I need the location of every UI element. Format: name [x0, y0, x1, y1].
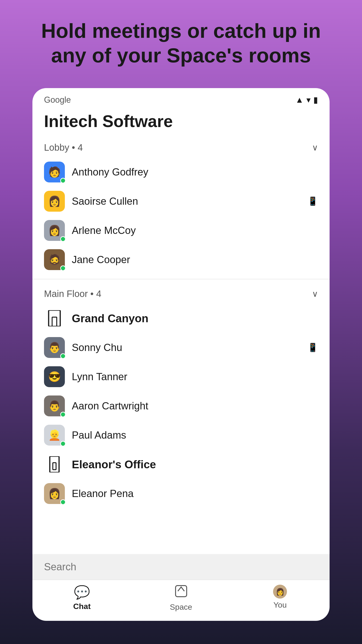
- list-item[interactable]: 😎 Lynn Tanner: [32, 362, 330, 391]
- person-name: Anthony Godfrey: [72, 166, 318, 178]
- nav-item-space[interactable]: Space: [132, 585, 231, 612]
- person-name: Eleanor Pena: [72, 488, 318, 499]
- lobby-section-header[interactable]: Lobby • 4 ∨: [32, 138, 330, 158]
- person-name: Saoirse Cullen: [72, 196, 301, 207]
- main-floor-section-header[interactable]: Main Floor • 4 ∨: [32, 284, 330, 304]
- list-item[interactable]: 👨 Sonny Chu 📱: [32, 333, 330, 362]
- app-title: Initech Software: [32, 107, 330, 138]
- chat-label: Chat: [73, 602, 91, 611]
- avatar: 👩: [44, 191, 65, 212]
- search-bar[interactable]: [32, 554, 330, 580]
- battery-icon: ▮: [313, 95, 318, 105]
- you-label: You: [273, 600, 287, 610]
- list-item[interactable]: 👱 Paul Adams: [32, 420, 330, 450]
- signal-icon: ▲: [295, 95, 304, 105]
- search-input[interactable]: [44, 561, 318, 572]
- avatar: 👨: [44, 337, 65, 358]
- avatar: 😎: [44, 366, 65, 387]
- carrier-label: Google: [44, 95, 71, 105]
- room-row[interactable]: Eleanor's Office: [32, 450, 330, 479]
- person-name: Paul Adams: [72, 429, 318, 441]
- headline: Hold meetings or catch up in any of your…: [0, 18, 362, 68]
- lobby-title: Lobby • 4: [44, 142, 83, 153]
- avatar: 👱: [44, 425, 65, 446]
- avatar: 🧑: [44, 162, 65, 182]
- you-avatar: 👩: [273, 585, 287, 598]
- wifi-icon: ▾: [307, 95, 311, 105]
- main-floor-title: Main Floor • 4: [44, 288, 101, 299]
- status-icons: ▲ ▾ ▮: [295, 95, 318, 105]
- list-item[interactable]: 🧑 Anthony Godfrey: [32, 158, 330, 186]
- avatar: 👩: [44, 220, 65, 241]
- main-floor-chevron-icon: ∨: [312, 289, 318, 299]
- list-item[interactable]: 👩 Saoirse Cullen 📱: [32, 186, 330, 216]
- svg-rect-1: [52, 317, 57, 326]
- space-label: Space: [170, 602, 192, 612]
- avatar: 🧔: [44, 249, 65, 270]
- person-name: Sonny Chu: [72, 342, 301, 353]
- mobile-icon: 📱: [308, 343, 318, 352]
- nav-item-you[interactable]: 👩 You: [230, 585, 330, 612]
- svg-rect-0: [49, 310, 60, 326]
- phone-card: Google ▲ ▾ ▮ Initech Software Lobby • 4 …: [32, 88, 330, 621]
- space-icon: [175, 585, 188, 601]
- person-name: Aaron Cartwright: [72, 400, 318, 412]
- lobby-chevron-icon: ∨: [312, 143, 318, 152]
- chat-icon: 💬: [74, 585, 90, 600]
- section-divider: [32, 279, 330, 279]
- svg-rect-3: [53, 463, 56, 470]
- avatar: 👨: [44, 396, 65, 416]
- nav-item-chat[interactable]: 💬 Chat: [32, 585, 132, 612]
- scroll-content[interactable]: Lobby • 4 ∨ 🧑 Anthony Godfrey 👩 Saoirse …: [32, 138, 330, 554]
- mobile-icon: 📱: [308, 196, 318, 206]
- avatar: 👩: [44, 483, 65, 504]
- list-item[interactable]: 👩 Eleanor Pena: [32, 479, 330, 508]
- list-item[interactable]: 👩 Arlene McCoy: [32, 216, 330, 245]
- room-name: Grand Canyon: [72, 312, 148, 325]
- person-name: Lynn Tanner: [72, 371, 318, 382]
- status-bar: Google ▲ ▾ ▮: [32, 88, 330, 107]
- room-icon: [44, 308, 65, 329]
- list-item[interactable]: 👨 Aaron Cartwright: [32, 391, 330, 420]
- room-row[interactable]: Grand Canyon: [32, 304, 330, 333]
- bottom-nav: 💬 Chat Space 👩 You: [32, 580, 330, 621]
- person-name: Jane Cooper: [72, 254, 318, 266]
- list-item[interactable]: 🧔 Jane Cooper: [32, 245, 330, 274]
- room-icon: [44, 454, 65, 475]
- person-name: Arlene McCoy: [72, 225, 318, 236]
- room-name: Eleanor's Office: [72, 458, 156, 471]
